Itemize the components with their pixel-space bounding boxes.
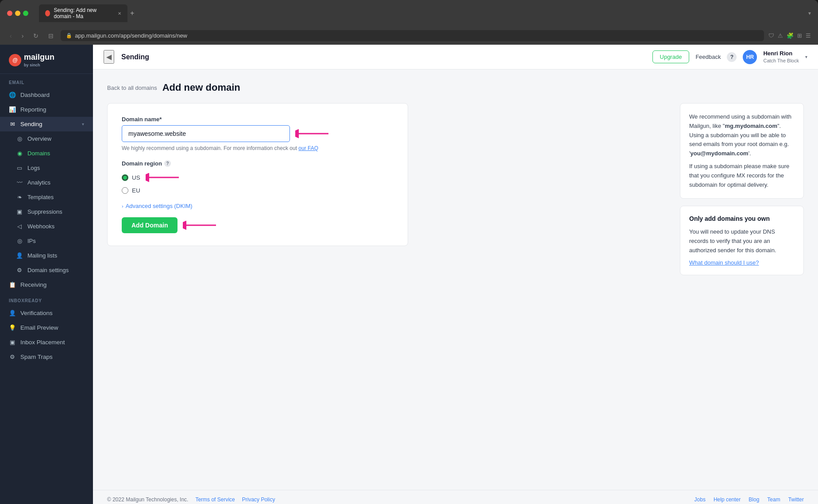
browser-tabs: Sending: Add new domain - Ma ✕ + — [39, 4, 805, 22]
advanced-settings-toggle[interactable]: › Advanced settings (DKIM) — [122, 203, 394, 209]
info-panel: We recommend using a subdomain with Mail… — [680, 103, 804, 275]
reporting-icon: 📊 — [9, 106, 16, 113]
footer-twitter-link[interactable]: Twitter — [788, 496, 804, 503]
region-label: Domain region ? — [122, 160, 394, 167]
sidebar-item-email-preview[interactable]: 💡 Email Preview — [0, 320, 93, 335]
sidebar-item-label: Suppressions — [27, 208, 62, 215]
user-info: Henri Rion Catch The Block — [763, 50, 799, 64]
new-tab-button[interactable]: + — [130, 9, 134, 17]
region-us-radio[interactable] — [122, 174, 128, 181]
sidebar-collapse-button[interactable]: ◀ — [104, 50, 114, 64]
forward-button[interactable]: › — [19, 31, 27, 40]
grid-icon[interactable]: ⊞ — [797, 32, 802, 39]
footer-right: Jobs Help center Blog Team Twitter — [695, 496, 804, 503]
minimize-traffic-light[interactable] — [15, 11, 20, 16]
sidebar-item-label: Templates — [27, 194, 54, 200]
sidebar-item-suppressions[interactable]: ▣ Suppressions — [0, 204, 93, 219]
region-eu-radio[interactable] — [122, 187, 128, 194]
browser-titlebar: Sending: Add new domain - Ma ✕ + ▾ — [0, 0, 818, 27]
region-help-icon[interactable]: ? — [164, 160, 171, 167]
domain-region-group: Domain region ? US — [122, 160, 394, 194]
logs-icon: ▭ — [16, 165, 23, 171]
browser-navbar: ‹ › ↻ ⊟ 🔒 app.mailgun.com/app/sending/do… — [0, 27, 818, 45]
footer-jobs-link[interactable]: Jobs — [695, 496, 706, 503]
footer-helpcenter-link[interactable]: Help center — [714, 496, 741, 503]
sidebar-item-dashboard[interactable]: 🌐 Dashboard — [0, 88, 93, 102]
domain-name-hint: We highly recommend using a subdomain. F… — [122, 145, 394, 151]
feedback-link[interactable]: Feedback — [695, 54, 721, 60]
menu-icon[interactable]: ☰ — [806, 32, 811, 39]
app-wrapper: @ mailgun by sinch EMAIL 🌐 Dashboard 📊 R… — [0, 45, 818, 504]
logo-sub: by sinch — [24, 63, 54, 67]
advanced-settings-label: Advanced settings (DKIM) — [126, 203, 193, 209]
user-name: Henri Rion — [763, 50, 799, 58]
upgrade-button[interactable]: Upgrade — [652, 50, 690, 63]
add-domain-form: Domain name* — [107, 103, 408, 246]
faq-link[interactable]: our FAQ — [298, 145, 318, 151]
sidebar-item-label: Logs — [27, 165, 40, 171]
terms-link[interactable]: Terms of Service — [195, 496, 235, 503]
analytics-icon: 〰 — [16, 179, 23, 186]
domain-help-link[interactable]: What domain should I use? — [689, 259, 759, 266]
sidebar-item-label: Email Preview — [20, 324, 58, 331]
sidebar-item-overview[interactable]: ◎ Overview — [0, 131, 93, 146]
region-us-option[interactable]: US — [122, 174, 140, 181]
sidebar-item-templates[interactable]: ❧ Templates — [0, 190, 93, 204]
sidebar-item-label: Mailing lists — [27, 252, 57, 259]
page-title: Add new domain — [162, 82, 240, 93]
sidebar-item-mailing-lists[interactable]: 👤 Mailing lists — [0, 248, 93, 263]
own-domains-text: You will need to update your DNS records… — [689, 227, 795, 255]
sidebar-item-receiving[interactable]: 📋 Receiving — [0, 277, 93, 292]
footer-team-link[interactable]: Team — [767, 496, 780, 503]
privacy-link[interactable]: Privacy Policy — [242, 496, 275, 503]
sidebar-item-label: IPs — [27, 238, 36, 244]
back-link[interactable]: Back to all domains — [107, 85, 157, 91]
sidebar-item-webhooks[interactable]: ◁ Webhooks — [0, 219, 93, 234]
sidebar-item-spam-traps[interactable]: ⚙ Spam Traps — [0, 350, 93, 364]
chevron-right-icon: › — [122, 204, 123, 209]
region-us-label: US — [132, 174, 140, 181]
annotation-arrow-domain — [295, 127, 331, 140]
templates-icon: ❧ — [16, 194, 23, 200]
page-content: Back to all domains Add new domain Domai… — [93, 69, 818, 490]
help-button[interactable]: ? — [727, 52, 737, 62]
breadcrumb: Back to all domains Add new domain — [107, 82, 804, 93]
shield-icon: 🛡 — [768, 32, 774, 39]
subdomain-tip-text2: If using a subdomain please make sure th… — [689, 162, 795, 189]
close-traffic-light[interactable] — [7, 11, 12, 16]
bookmark-button[interactable]: ⊟ — [46, 31, 56, 40]
sidebar-item-domain-settings[interactable]: ⚙ Domain settings — [0, 263, 93, 277]
sidebar-item-verifications[interactable]: 👤 Verifications — [0, 306, 93, 320]
region-eu-option[interactable]: EU — [122, 187, 394, 194]
inbox-placement-icon: ▣ — [9, 339, 16, 346]
sidebar-item-logs[interactable]: ▭ Logs — [0, 161, 93, 175]
sending-icon: ✉ — [9, 121, 16, 127]
sidebar-item-inbox-placement[interactable]: ▣ Inbox Placement — [0, 335, 93, 350]
add-domain-button[interactable]: Add Domain — [122, 217, 177, 233]
active-tab[interactable]: Sending: Add new domain - Ma ✕ — [39, 4, 127, 22]
sidebar-item-domains[interactable]: ◉ Domains — [0, 146, 93, 161]
user-dropdown-arrow[interactable]: ▾ — [805, 54, 807, 59]
reload-button[interactable]: ↻ — [31, 31, 41, 40]
traffic-lights — [7, 11, 28, 16]
tab-label: Sending: Add new domain - Ma — [54, 7, 114, 19]
dashboard-icon: 🌐 — [9, 92, 16, 98]
sidebar-item-reporting[interactable]: 📊 Reporting — [0, 102, 93, 117]
tab-favicon — [45, 10, 50, 16]
sidebar-item-analytics[interactable]: 〰 Analytics — [0, 175, 93, 190]
tab-close-button[interactable]: ✕ — [118, 11, 121, 16]
footer-blog-link[interactable]: Blog — [749, 496, 759, 503]
domain-name-input[interactable] — [122, 125, 290, 142]
email-preview-icon: 💡 — [9, 324, 16, 331]
sidebar-item-label: Domains — [27, 150, 50, 157]
extensions-icon[interactable]: 🧩 — [787, 32, 794, 39]
main-content: ◀ Sending Upgrade Feedback ? HR Henri Ri… — [93, 45, 818, 504]
annotation-arrow-region — [146, 171, 181, 184]
back-button[interactable]: ‹ — [7, 31, 15, 40]
domains-icon: ◉ — [16, 150, 23, 157]
address-bar[interactable]: 🔒 app.mailgun.com/app/sending/domains/ne… — [61, 30, 764, 41]
sidebar-item-sending[interactable]: ✉ Sending ▾ — [0, 117, 93, 131]
logo-name: mailgun — [24, 53, 54, 62]
maximize-traffic-light[interactable] — [23, 11, 28, 16]
sidebar-item-ips[interactable]: ◎ IPs — [0, 234, 93, 248]
